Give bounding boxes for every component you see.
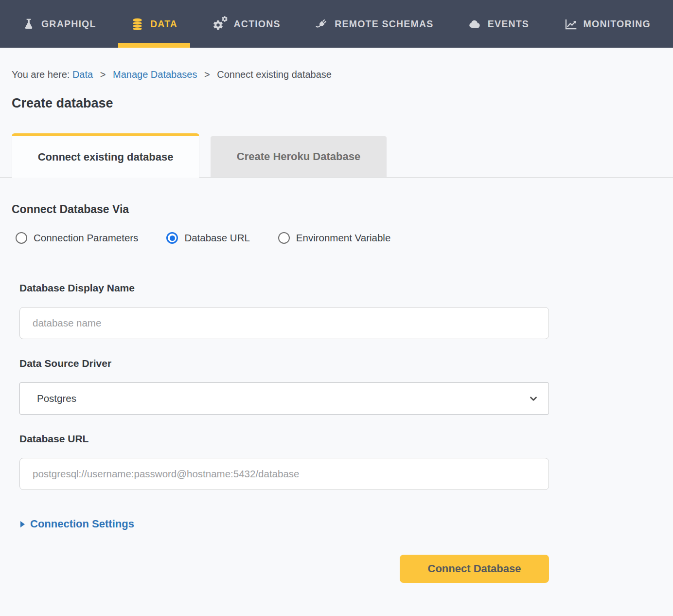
breadcrumb-link-data[interactable]: Data — [72, 69, 93, 80]
nav-item-label: ACTIONS — [234, 18, 281, 30]
database-url-group: Database URL — [19, 433, 549, 490]
display-name-group: Database Display Name — [19, 282, 549, 339]
main-content: Connect Database Via Connection Paramete… — [0, 203, 673, 602]
database-icon — [131, 18, 144, 31]
connect-via-radio-group: Connection Parameters Database URL Envir… — [16, 232, 661, 244]
database-url-label: Database URL — [19, 433, 549, 445]
driver-group: Data Source Driver Postgres — [19, 358, 549, 415]
tab-bar: Connect existing database Create Heroku … — [0, 133, 673, 178]
driver-label: Data Source Driver — [19, 358, 549, 369]
breadcrumb-prefix: You are here: — [12, 69, 70, 80]
driver-selected-value: Postgres — [37, 393, 76, 404]
connect-database-button[interactable]: Connect Database — [400, 555, 549, 583]
nav-item-actions[interactable]: ACTIONS — [200, 0, 293, 48]
nav-item-events[interactable]: EVENTS — [456, 0, 542, 48]
nav-item-graphiql[interactable]: GRAPHIQL — [10, 0, 109, 48]
radio-connection-parameters[interactable]: Connection Parameters — [16, 232, 138, 244]
radio-label: Environment Variable — [296, 232, 390, 244]
nav-item-remote-schemas[interactable]: REMOTE SCHEMAS — [302, 0, 446, 48]
top-navbar: GRAPHIQL DATA ACTIONS — [0, 0, 673, 48]
plug-icon — [315, 18, 328, 31]
radio-label: Database URL — [184, 232, 249, 244]
nav-item-data[interactable]: DATA — [118, 0, 190, 48]
breadcrumb-separator: > — [100, 69, 106, 80]
nav-item-monitoring[interactable]: MONITORING — [551, 0, 663, 48]
triangle-right-icon — [19, 520, 26, 528]
nav-item-label: MONITORING — [584, 18, 651, 30]
radio-unchecked-icon — [16, 232, 27, 244]
page-title: Create database — [12, 96, 661, 111]
data-source-driver-select[interactable]: Postgres — [19, 382, 549, 415]
cloud-icon — [468, 18, 481, 31]
connect-via-title: Connect Database Via — [12, 203, 661, 216]
active-tab-underline — [118, 43, 190, 48]
nav-item-label: EVENTS — [488, 18, 529, 30]
cogs-icon — [213, 17, 228, 31]
display-name-label: Database Display Name — [19, 282, 549, 294]
nav-item-label: GRAPHIQL — [41, 18, 96, 30]
database-url-input[interactable] — [19, 458, 549, 490]
radio-environment-variable[interactable]: Environment Variable — [278, 232, 390, 244]
nav-item-label: REMOTE SCHEMAS — [335, 18, 433, 30]
radio-label: Connection Parameters — [34, 232, 138, 244]
radio-checked-icon — [166, 232, 178, 244]
button-row: Connect Database — [19, 555, 549, 583]
radio-unchecked-icon — [278, 232, 290, 244]
line-chart-icon — [564, 18, 577, 31]
connection-settings-label: Connection Settings — [30, 518, 134, 530]
radio-database-url[interactable]: Database URL — [166, 232, 249, 244]
breadcrumb-separator: > — [204, 69, 210, 80]
flask-icon — [22, 18, 35, 30]
chevron-down-icon — [528, 393, 539, 404]
breadcrumb-current: Connect existing database — [217, 69, 332, 80]
display-name-input[interactable] — [19, 307, 549, 339]
nav-item-label: DATA — [150, 18, 177, 30]
connection-settings-toggle[interactable]: Connection Settings — [19, 518, 661, 530]
breadcrumb-link-manage-databases[interactable]: Manage Databases — [113, 69, 197, 80]
breadcrumb: You are here: Data > Manage Databases > … — [12, 69, 661, 80]
tab-connect-existing-database[interactable]: Connect existing database — [12, 133, 199, 178]
tab-create-heroku-database[interactable]: Create Heroku Database — [211, 136, 387, 177]
